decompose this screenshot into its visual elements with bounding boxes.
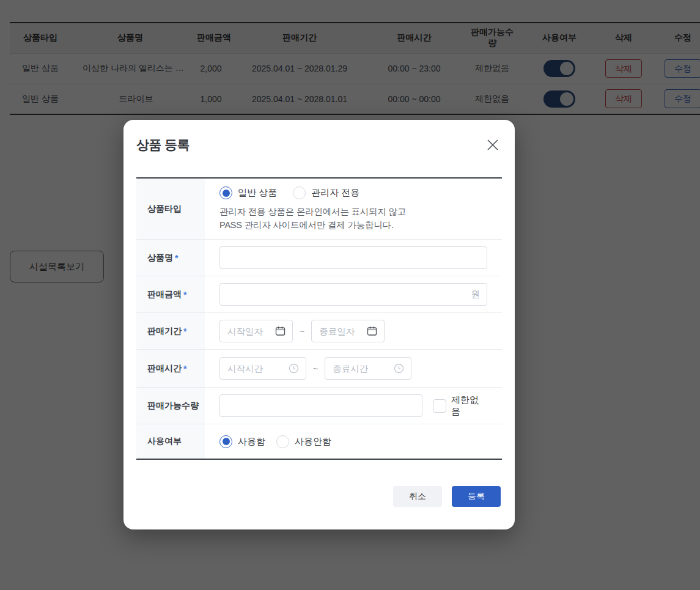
radio-checked-icon <box>219 435 232 448</box>
field-label: 사용여부 <box>136 424 205 459</box>
admin-product-help-text: 관리자 전용 상품은 온라인에서는 표시되지 않고 PASS 관리자 사이트에서… <box>219 205 406 232</box>
start-time-input-box <box>219 357 306 380</box>
required-mark: * <box>175 253 178 263</box>
quantity-input-box <box>219 394 422 417</box>
product-register-modal: 상품 등록 상품타입 일반 상품 관리자 전용 <box>123 120 515 529</box>
product-type-radio-group: 일반 상품 관리자 전용 <box>219 186 359 199</box>
field-label: 판매기간* <box>136 313 205 349</box>
form-row-product-type: 상품타입 일반 상품 관리자 전용 관리자 전용 상품은 온라인에서는 표시되지… <box>136 179 502 240</box>
submit-button[interactable]: 등록 <box>452 486 501 507</box>
required-mark: * <box>183 290 186 300</box>
modal-form: 상품타입 일반 상품 관리자 전용 관리자 전용 상품은 온라인에서는 표시되지… <box>136 177 502 460</box>
use-radio-group: 사용함 사용안함 <box>219 435 331 448</box>
radio-unchecked-icon <box>293 186 306 199</box>
end-time-input[interactable] <box>333 364 389 374</box>
field-label: 상품타입 <box>136 179 205 239</box>
clock-icon[interactable] <box>289 363 299 374</box>
modal-title: 상품 등록 <box>136 136 190 153</box>
form-row-period: 판매기간* ~ <box>136 313 502 350</box>
no-limit-checkbox[interactable] <box>433 399 446 413</box>
radio-unchecked-icon <box>276 435 289 448</box>
start-date-input-box <box>219 320 293 342</box>
close-icon[interactable] <box>484 136 501 155</box>
product-name-input-box <box>219 246 487 269</box>
form-row-product-name: 상품명* <box>136 240 502 276</box>
field-label: 판매가능수량 <box>136 388 205 424</box>
period-separator: ~ <box>300 326 304 336</box>
field-label: 판매시간* <box>136 350 205 387</box>
currency-suffix: 원 <box>471 289 481 300</box>
product-name-input[interactable] <box>227 253 480 263</box>
form-row-use: 사용여부 사용함 사용안함 <box>136 424 502 459</box>
required-mark: * <box>183 326 186 336</box>
modal-header: 상품 등록 <box>136 120 502 177</box>
end-date-input-box <box>311 320 385 342</box>
price-input-box: 원 <box>219 283 487 306</box>
required-mark: * <box>183 364 186 374</box>
end-date-input[interactable] <box>319 326 362 336</box>
time-separator: ~ <box>313 364 318 374</box>
radio-checked-icon <box>219 186 232 199</box>
radio-use-on[interactable]: 사용함 <box>219 435 265 448</box>
form-row-time: 판매시간* ~ <box>136 350 502 388</box>
modal-footer: 취소 등록 <box>136 486 502 507</box>
start-time-input[interactable] <box>227 364 284 374</box>
end-time-input-box <box>325 357 411 380</box>
radio-normal-product[interactable]: 일반 상품 <box>219 186 277 199</box>
clock-icon[interactable] <box>394 363 404 374</box>
radio-admin-only[interactable]: 관리자 전용 <box>293 186 359 199</box>
radio-use-off[interactable]: 사용안함 <box>276 435 331 448</box>
calendar-icon[interactable] <box>275 326 286 336</box>
no-limit-label: 제한없음 <box>451 394 487 418</box>
form-row-quantity: 판매가능수량 제한없음 <box>136 388 502 424</box>
field-label: 상품명* <box>136 240 205 276</box>
form-row-price: 판매금액* 원 <box>136 276 502 313</box>
start-date-input[interactable] <box>227 326 270 336</box>
cancel-button[interactable]: 취소 <box>393 486 442 507</box>
field-label: 판매금액* <box>136 276 205 312</box>
price-input[interactable] <box>227 290 471 300</box>
calendar-icon[interactable] <box>367 326 377 336</box>
quantity-input[interactable] <box>227 401 415 411</box>
